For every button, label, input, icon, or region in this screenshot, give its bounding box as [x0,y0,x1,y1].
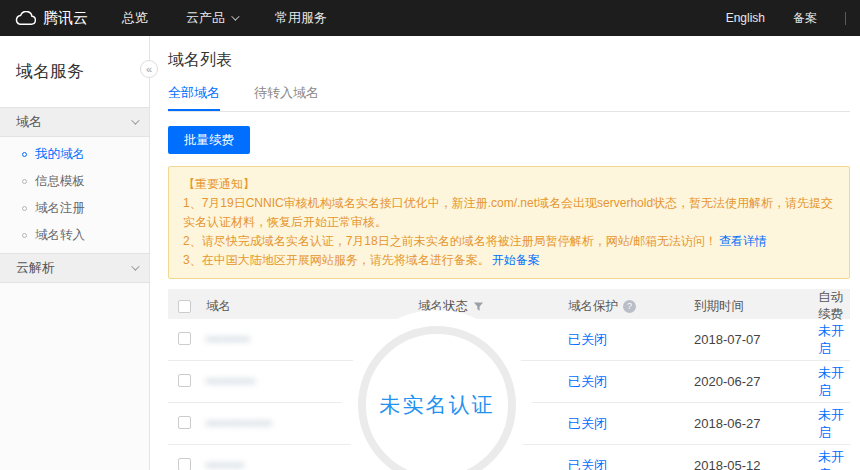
domain-name[interactable]: •••••••• [206,332,250,347]
tab-all-domains[interactable]: 全部域名 [168,84,220,111]
top-navbar: 腾讯云 总览 云产品 常用服务 English 备案 [0,0,860,36]
col-domain: 域名 [206,298,418,315]
expire-date: 2018-05-12 [694,458,818,470]
sidebar-item-info-template[interactable]: 信息模板 [0,168,149,195]
expire-date: 2018-06-27 [694,416,818,431]
page: 腾讯云 总览 云产品 常用服务 English 备案 域名服务 « 域名 [0,0,860,470]
filter-icon[interactable] [473,301,484,312]
protection-link[interactable]: 已关闭 [568,332,607,347]
nav-products[interactable]: 云产品 [186,9,237,27]
sidebar-item-domain-transfer[interactable]: 域名转入 [0,222,149,249]
chevron-down-icon [131,116,139,124]
section-label: 云解析 [16,259,55,277]
auto-renew-link[interactable]: 未开启 [818,323,844,356]
nav-overview[interactable]: 总览 [122,9,148,27]
auto-renew-link[interactable]: 未开启 [818,365,844,398]
notice-line: 2、请尽快完成域名实名认证，7月18日之前未实名的域名将被注册局暂停解析，网站/… [183,232,835,251]
select-all-checkbox[interactable] [178,300,191,313]
main-content: 域名列表 全部域名 待转入域名 批量续费 【重要通知】 1、7月19日CNNIC… [150,36,860,470]
nav-english[interactable]: English [726,11,765,25]
domain-name[interactable]: •••••••••••• [206,416,273,431]
sidebar-header: 域名服务 « [0,36,149,107]
nav-beian[interactable]: 备案 [793,10,817,27]
brand[interactable]: 腾讯云 [14,9,88,28]
view-details-link[interactable]: 查看详情 [719,234,767,248]
nav-common-services[interactable]: 常用服务 [275,9,327,27]
row-checkbox[interactable] [178,374,191,387]
bullet-icon [22,179,27,184]
brand-label: 腾讯云 [43,9,88,28]
bulk-renew-button[interactable]: 批量续费 [168,126,250,154]
page-title: 域名列表 [168,50,852,70]
sidebar-items: 我的域名 信息模板 域名注册 域名转入 [0,137,149,253]
watermark-ring: 未实名认证 [358,326,516,470]
sidebar-menu: 域名 我的域名 信息模板 域名注册 域名转入 云解析 [0,107,149,283]
notice-line: 3、在中国大陆地区开展网站服务，请先将域名进行备案。开始备案 [183,251,835,270]
domain-name[interactable]: ••••••••• [206,374,256,389]
notice-title: 【重要通知】 [183,175,835,194]
notice-box: 【重要通知】 1、7月19日CNNIC审核机构域名实名接口优化中，新注册.com… [168,166,850,279]
sidebar-section-domain[interactable]: 域名 [0,107,149,137]
expire-date: 2018-07-07 [694,332,818,347]
auto-renew-link[interactable]: 未开启 [818,449,844,470]
expire-date: 2020-06-27 [694,374,818,389]
row-checkbox[interactable] [178,416,191,429]
row-checkbox[interactable] [178,458,191,470]
secondary-nav: English 备案 [726,10,846,27]
col-protection: 域名保护 ? [568,298,694,315]
sidebar-item-domain-register[interactable]: 域名注册 [0,195,149,222]
protection-link[interactable]: 已关闭 [568,374,607,389]
notice-line: 1、7月19日CNNIC审核机构域名实名接口优化中，新注册.com/.net域名… [183,194,835,232]
service-title: 域名服务 [16,60,133,83]
protection-link[interactable]: 已关闭 [568,416,607,431]
sidebar-section-dns[interactable]: 云解析 [0,253,149,283]
chevron-down-icon [231,12,239,20]
table-header: 域名 域名状态 域名保护 ? 到期时间 自动续费 [168,289,850,319]
section-label: 域名 [16,113,42,131]
help-icon[interactable]: ? [623,300,636,313]
chevron-down-icon [131,262,139,270]
start-beian-link[interactable]: 开始备案 [492,253,540,267]
row-checkbox[interactable] [178,332,191,345]
bullet-icon [22,152,27,157]
primary-nav: 总览 云产品 常用服务 [122,9,327,27]
watermark-label: 未实名认证 [380,391,495,419]
sidebar: 域名服务 « 域名 我的域名 信息模板 域名注册 域名转入 云解析 [0,36,150,470]
bullet-icon [22,206,27,211]
bullet-icon [22,233,27,238]
domain-name[interactable]: ••••••• [206,458,245,470]
tencent-cloud-logo-icon [14,11,36,26]
nav-divider [845,12,846,25]
sidebar-collapse-button[interactable]: « [140,60,158,78]
col-auto-renew: 自动续费 [818,289,850,323]
tab-transfer-in[interactable]: 待转入域名 [254,84,319,111]
auto-renew-link[interactable]: 未开启 [818,407,844,440]
sidebar-item-my-domains[interactable]: 我的域名 [0,141,149,168]
tab-bar: 全部域名 待转入域名 [168,84,850,112]
protection-link[interactable]: 已关闭 [568,458,607,470]
col-expire: 到期时间 [694,298,818,315]
